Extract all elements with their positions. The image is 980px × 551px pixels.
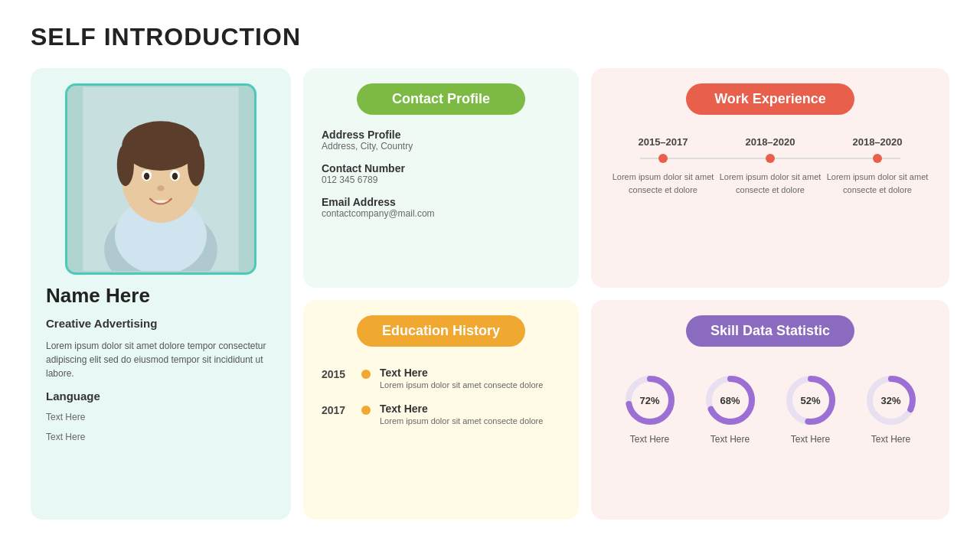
contact-email-item: Email Address contactcompany@mail.com	[322, 196, 560, 219]
edu-year-1: 2017	[322, 404, 352, 416]
edu-year-0: 2015	[322, 368, 352, 380]
donut-pct-0: 72%	[639, 395, 659, 406]
skill-card: Skill Data Statistic 72% Text Here 68% T…	[591, 300, 949, 520]
svg-point-11	[172, 173, 178, 180]
skill-label-0: Text Here	[630, 434, 669, 445]
work-badge: Work Experience	[686, 83, 854, 115]
donut-pct-2: 52%	[800, 395, 820, 406]
timeline-year-1: 2018–2020	[745, 136, 795, 148]
contact-phone-item: Contact Number 012 345 6789	[322, 162, 560, 185]
edu-item-1: 2017 Text Here Lorem ipsum dolor sit ame…	[322, 403, 560, 428]
email-value: contactcompany@mail.com	[322, 208, 560, 219]
timeline-item-0: 2015–2017 Lorem ipsum dolor sit amet con…	[609, 136, 717, 196]
donut-chart-1: 68%	[703, 373, 758, 428]
profile-card: Name Here Creative Advertising Lorem ips…	[31, 68, 291, 520]
profile-name: Name Here	[46, 284, 276, 308]
education-badge: Education History	[357, 315, 525, 347]
skill-label-1: Text Here	[710, 434, 750, 445]
language-label: Language	[46, 390, 276, 403]
phone-label: Contact Number	[322, 162, 560, 174]
skill-label-2: Text Here	[791, 434, 830, 445]
skill-item-2: 52% Text Here	[783, 373, 838, 445]
edu-item-0: 2015 Text Here Lorem ipsum dolor sit ame…	[322, 367, 560, 392]
svg-point-10	[144, 173, 149, 180]
svg-point-7	[188, 144, 204, 186]
phone-value: 012 345 6789	[322, 174, 560, 185]
svg-point-12	[157, 185, 164, 191]
address-label: Address Profile	[322, 129, 560, 141]
donut-chart-0: 72%	[622, 373, 678, 428]
edu-dot-0	[361, 370, 371, 379]
address-value: Address, City, Country	[322, 141, 560, 152]
timeline-year-2: 2018–2020	[852, 136, 902, 148]
timeline-dot-1	[766, 154, 775, 163]
skill-item-3: 32% Text Here	[864, 373, 919, 445]
timeline-dot-0	[658, 154, 668, 163]
profile-description: Lorem ipsum dolor sit amet dolore tempor…	[46, 339, 276, 380]
skill-item-1: 68% Text Here	[703, 373, 758, 445]
timeline-dot-2	[873, 154, 882, 163]
donut-pct-3: 32%	[880, 395, 900, 406]
edu-desc-0: Lorem ipsum dolor sit amet consecte dolo…	[380, 379, 543, 392]
email-label: Email Address	[322, 196, 560, 208]
skill-charts: 72% Text Here 68% Text Here 52% Text Her…	[609, 373, 931, 445]
donut-pct-1: 68%	[720, 395, 740, 406]
language-item-1: Text Here	[46, 412, 276, 422]
edu-dot-1	[361, 406, 371, 415]
contact-address-item: Address Profile Address, City, Country	[322, 129, 560, 152]
timeline-text-1: Lorem ipsum dolor sit amet consecte et d…	[717, 171, 824, 196]
contact-badge: Contact Profile	[357, 83, 525, 115]
edu-title-0: Text Here	[380, 367, 543, 379]
page-title: SELF INTRODUCTION	[31, 23, 949, 51]
donut-chart-3: 32%	[864, 373, 919, 428]
main-grid: Name Here Creative Advertising Lorem ips…	[31, 68, 949, 520]
edu-content-1: Text Here Lorem ipsum dolor sit amet con…	[380, 403, 543, 428]
donut-chart-2: 52%	[783, 373, 838, 428]
education-list: 2015 Text Here Lorem ipsum dolor sit ame…	[322, 367, 560, 427]
edu-title-1: Text Here	[380, 403, 543, 415]
education-card: Education History 2015 Text Here Lorem i…	[303, 300, 579, 520]
timeline-text-0: Lorem ipsum dolor sit amet consecte et d…	[609, 171, 717, 196]
language-item-2: Text Here	[46, 432, 276, 442]
timeline-text-2: Lorem ipsum dolor sit amet consecte et d…	[824, 171, 931, 196]
timeline-item-2: 2018–2020 Lorem ipsum dolor sit amet con…	[824, 136, 931, 196]
edu-content-0: Text Here Lorem ipsum dolor sit amet con…	[380, 367, 543, 392]
skill-label-3: Text Here	[871, 434, 910, 445]
timeline-item-1: 2018–2020 Lorem ipsum dolor sit amet con…	[717, 136, 824, 196]
svg-point-6	[117, 144, 134, 186]
profile-photo	[65, 83, 256, 275]
contact-card: Contact Profile Address Profile Address,…	[303, 68, 579, 288]
work-card: Work Experience 2015–2017 Lorem ipsum do…	[591, 68, 949, 288]
skill-item-0: 72% Text Here	[622, 373, 678, 445]
timeline-container: 2015–2017 Lorem ipsum dolor sit amet con…	[609, 136, 931, 196]
skill-badge: Skill Data Statistic	[686, 315, 854, 347]
profile-job-title: Creative Advertising	[46, 317, 276, 330]
timeline-year-0: 2015–2017	[638, 136, 688, 148]
edu-desc-1: Lorem ipsum dolor sit amet consecte dolo…	[380, 415, 543, 428]
